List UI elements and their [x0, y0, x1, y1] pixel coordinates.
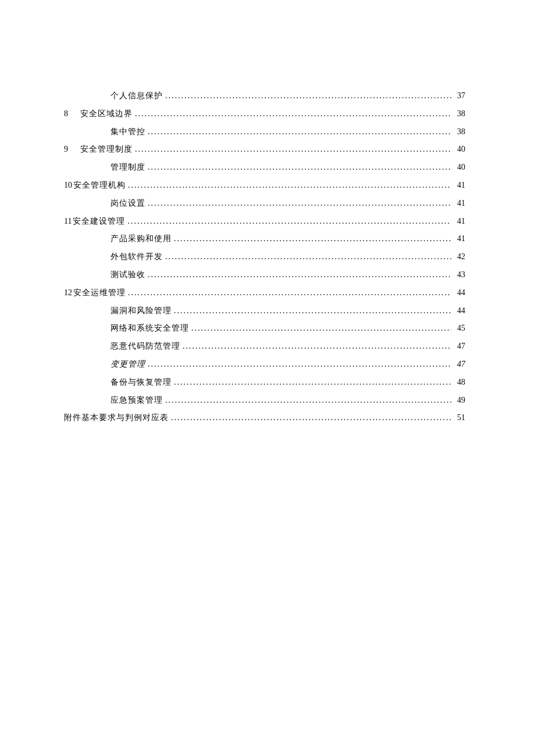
toc-entry: 产品采购和使用41 — [64, 230, 465, 248]
toc-entry: 12安全运维管理44 — [64, 284, 465, 302]
toc-entry: 集中管控38 — [64, 123, 465, 141]
toc-label: 漏洞和风险管理 — [110, 302, 172, 320]
toc-page-number: 45 — [454, 320, 465, 338]
toc-leader-dots — [128, 177, 451, 195]
toc-entry: 11安全建设管理41 — [64, 213, 465, 231]
toc-label: 个人信息保护 — [110, 87, 163, 105]
toc-leader-dots — [174, 302, 451, 320]
toc-page-number: 41 — [454, 213, 465, 231]
toc-leader-dots — [135, 141, 451, 159]
toc-label: 应急预案管理 — [110, 392, 163, 410]
toc-entry: 10安全管理机构41 — [64, 177, 465, 195]
toc-entry: 测试验收43 — [64, 266, 465, 284]
toc-label: 测试验收 — [110, 266, 145, 284]
toc-page-number: 47 — [454, 338, 465, 356]
toc-label: 集中管控 — [110, 123, 145, 141]
toc-label: 安全区域边界 — [80, 105, 133, 123]
toc-leader-dots — [191, 320, 451, 338]
toc-leader-dots — [148, 195, 451, 213]
toc-label: 岗位设置 — [110, 195, 145, 213]
toc-leader-dots — [128, 284, 451, 302]
toc-page-number: 41 — [454, 177, 465, 195]
toc-leader-dots — [165, 87, 451, 105]
toc-label: 产品采购和使用 — [110, 230, 172, 248]
toc-leader-dots — [135, 105, 451, 123]
toc-page-number: 38 — [454, 123, 465, 141]
toc-entry: 9安全管理制度40 — [64, 141, 465, 159]
toc-page-number: 41 — [454, 230, 465, 248]
toc-entry: 应急预案管理49 — [64, 392, 465, 410]
toc-entry: 变更管理47 — [64, 356, 465, 374]
toc-page-number: 40 — [454, 141, 465, 159]
toc-leader-dots — [165, 248, 451, 266]
toc-page-number: 41 — [454, 195, 465, 213]
toc-page-number: 44 — [454, 284, 465, 302]
toc-container: 个人信息保护378安全区域边界38集中管控389安全管理制度40管理制度4010… — [64, 87, 465, 427]
toc-entry: 漏洞和风险管理44 — [64, 302, 465, 320]
toc-label: 管理制度 — [110, 159, 145, 177]
toc-entry: 外包软件开发42 — [64, 248, 465, 266]
toc-label: 安全运维管理 — [73, 284, 126, 302]
toc-page-number: 37 — [454, 87, 465, 105]
toc-label: 网络和系统安全管理 — [110, 320, 189, 338]
toc-page-number: 48 — [454, 374, 465, 392]
toc-label: 附件基本要求与判例对应表 — [64, 409, 169, 427]
toc-leader-dots — [165, 392, 451, 410]
toc-entry: 岗位设置41 — [64, 195, 465, 213]
toc-section-number: 9 — [64, 141, 80, 159]
toc-leader-dots — [148, 266, 451, 284]
toc-leader-dots — [174, 374, 451, 392]
toc-page-number: 44 — [454, 302, 465, 320]
toc-entry: 个人信息保护37 — [64, 87, 465, 105]
toc-section-number: 12 — [64, 284, 72, 302]
toc-page-number: 51 — [454, 409, 465, 427]
toc-section-number: 8 — [64, 105, 80, 123]
toc-label: 变更管理 — [110, 356, 145, 374]
toc-leader-dots — [148, 159, 451, 177]
toc-leader-dots — [183, 338, 451, 356]
toc-label: 安全建设管理 — [73, 213, 125, 231]
toc-label: 恶意代码防范管理 — [110, 338, 180, 356]
toc-entry: 网络和系统安全管理45 — [64, 320, 465, 338]
toc-entry: 管理制度40 — [64, 159, 465, 177]
toc-entry: 8安全区域边界38 — [64, 105, 465, 123]
toc-leader-dots — [148, 356, 451, 374]
toc-section-number: 11 — [64, 213, 72, 231]
toc-leader-dots — [171, 409, 451, 427]
toc-page-number: 47 — [454, 356, 465, 374]
toc-entry: 备份与恢复管理48 — [64, 374, 465, 392]
toc-label: 外包软件开发 — [110, 248, 163, 266]
toc-label: 安全管理机构 — [73, 177, 126, 195]
toc-entry: 附件基本要求与判例对应表51 — [64, 409, 465, 427]
toc-page-number: 38 — [454, 105, 465, 123]
toc-section-number: 10 — [64, 177, 72, 195]
toc-page-number: 42 — [454, 248, 465, 266]
toc-label: 安全管理制度 — [80, 141, 133, 159]
toc-leader-dots — [127, 213, 451, 231]
toc-page-number: 43 — [454, 266, 465, 284]
toc-page-number: 49 — [454, 392, 465, 410]
toc-page-number: 40 — [454, 159, 465, 177]
toc-leader-dots — [174, 230, 451, 248]
toc-entry: 恶意代码防范管理47 — [64, 338, 465, 356]
toc-label: 备份与恢复管理 — [110, 374, 172, 392]
toc-leader-dots — [148, 123, 451, 141]
